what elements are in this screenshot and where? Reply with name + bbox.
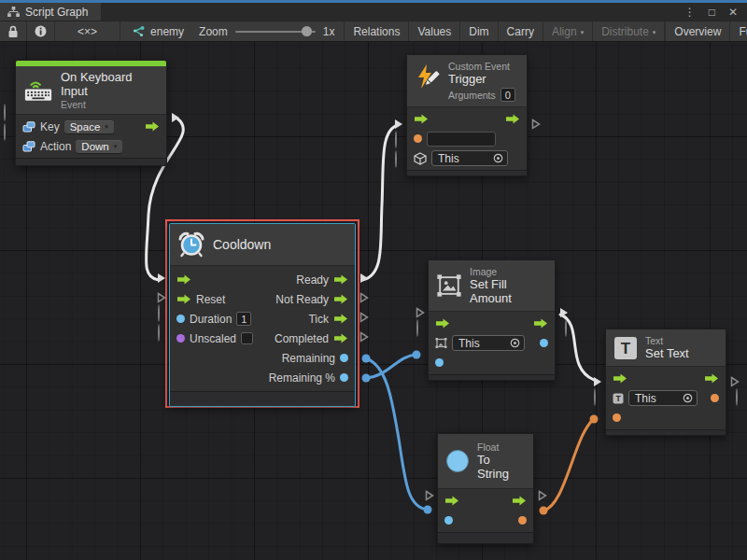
distribute-button[interactable]: Distribute ▾ <box>593 21 665 41</box>
edit-unit-button[interactable]: <×> <box>55 21 120 41</box>
flow-out-port[interactable] <box>533 318 548 329</box>
completed-out-connector[interactable] <box>359 331 369 343</box>
text-value-port[interactable] <box>613 413 621 422</box>
object-picker-icon[interactable] <box>510 338 520 348</box>
fill-amount-port[interactable] <box>435 358 444 367</box>
node-on-keyboard-input[interactable]: On Keyboard Input Event Key Space ▾ <box>15 60 167 166</box>
unscaled-port[interactable] <box>176 334 185 343</box>
arguments-value[interactable]: 0 <box>500 88 515 102</box>
flow-out-connector[interactable] <box>537 490 547 501</box>
dim-button[interactable]: Dim <box>460 21 498 41</box>
relations-button[interactable]: Relations <box>345 21 409 41</box>
fullscreen-button[interactable]: Full Screen <box>730 21 747 41</box>
wire-endpoint <box>362 355 371 363</box>
flow-in-connector[interactable] <box>393 119 403 130</box>
align-button[interactable]: Align ▾ <box>543 21 593 41</box>
distribute-label: Distribute <box>601 25 649 38</box>
flow-in-port[interactable] <box>435 318 450 329</box>
ready-label: Ready <box>296 273 329 287</box>
flow-out-port[interactable] <box>145 121 160 132</box>
string-out-port[interactable] <box>518 516 527 525</box>
node-header: On Keyboard Input Event <box>16 66 166 115</box>
overview-button[interactable]: Overview <box>665 21 730 41</box>
flow-in-connector[interactable] <box>424 490 434 501</box>
duration-port[interactable] <box>176 315 185 323</box>
string-port[interactable] <box>414 134 422 143</box>
remaining-label: Remaining <box>282 352 335 365</box>
unscaled-checkbox[interactable] <box>241 332 253 344</box>
close-icon[interactable]: ✕ <box>728 6 738 19</box>
port-row-flow <box>606 369 726 388</box>
node-float-to-string[interactable]: Float To String <box>437 433 534 544</box>
node-custom-event-trigger[interactable]: Custom Event Trigger Arguments 0 <box>406 54 528 176</box>
reset-in-connector[interactable] <box>156 292 166 303</box>
node-body: Key Space ▾ <box>16 115 166 158</box>
node-category: Text <box>645 335 689 346</box>
node-cooldown[interactable]: Cooldown Ready Reset Not Ready <box>169 223 356 407</box>
not-ready-out-port[interactable] <box>333 294 348 304</box>
flow-in-port[interactable] <box>414 114 429 124</box>
not-ready-out-connector[interactable] <box>359 292 369 303</box>
zoom-slider-handle[interactable] <box>302 26 312 36</box>
window-menu-icon[interactable]: ⋮ <box>684 6 696 19</box>
completed-out-port[interactable] <box>333 333 348 343</box>
flow-in-connector[interactable] <box>592 376 602 387</box>
event-name-input[interactable] <box>427 132 496 147</box>
tab-label: Script Graph <box>25 6 88 19</box>
flow-in-connector[interactable] <box>156 273 166 284</box>
ready-out-port[interactable] <box>333 274 348 285</box>
object-picker-icon[interactable] <box>493 153 503 163</box>
flow-out-port[interactable] <box>704 373 719 384</box>
values-button[interactable]: Values <box>409 21 460 41</box>
action-dropdown[interactable]: Down ▾ <box>76 140 122 153</box>
flow-in-port[interactable] <box>613 373 627 384</box>
flow-out-connector[interactable] <box>558 307 569 318</box>
action-value: Down <box>81 141 108 152</box>
target-field[interactable]: This <box>452 335 525 351</box>
script-graph-window: Script Graph ⋮ □ ✕ <×> <box>0 0 747 560</box>
flow-in-port[interactable] <box>444 496 459 506</box>
target-field[interactable]: This <box>431 150 508 166</box>
zoom-slider[interactable] <box>235 31 316 33</box>
graph-reference[interactable]: enemy <box>120 21 195 41</box>
tab-script-graph[interactable]: Script Graph <box>0 3 101 21</box>
carry-button[interactable]: Carry <box>499 21 543 41</box>
reset-in-port[interactable] <box>176 294 191 304</box>
flow-out-connector[interactable] <box>170 112 180 123</box>
wire-endpoint <box>590 415 599 424</box>
arguments-label: Arguments <box>448 90 496 101</box>
info-button[interactable] <box>27 21 55 41</box>
node-footer <box>407 170 527 175</box>
flow-out-connector[interactable] <box>530 119 541 130</box>
key-value: Space <box>70 121 101 133</box>
remaining-out-port[interactable] <box>340 354 348 362</box>
tick-out-connector[interactable] <box>359 312 369 323</box>
flow-out-port[interactable] <box>512 496 527 506</box>
lock-button[interactable] <box>0 21 27 41</box>
flow-in-port[interactable] <box>176 274 191 285</box>
float-in-port[interactable] <box>444 516 453 525</box>
node-text-set-text[interactable]: T Text Set Text <box>605 329 726 436</box>
zoom-label: Zoom <box>199 25 228 38</box>
wire-remaining-to-float <box>366 358 428 510</box>
maximize-icon[interactable]: □ <box>709 6 715 19</box>
key-dropdown[interactable]: Space ▾ <box>64 120 114 133</box>
object-picker-icon[interactable] <box>683 393 693 403</box>
tab-bar: Script Graph ⋮ □ ✕ <box>0 3 747 21</box>
remaining-pct-out-port[interactable] <box>340 373 348 382</box>
not-ready-label: Not Ready <box>275 293 329 306</box>
node-footer <box>429 374 555 380</box>
node-header: Image Set Fill Amount <box>429 260 555 312</box>
target-field[interactable]: This <box>628 390 698 406</box>
flow-in-connector[interactable] <box>415 307 425 318</box>
tick-out-port[interactable] <box>333 314 348 324</box>
ready-out-connector[interactable] <box>359 273 369 284</box>
target-out-port[interactable] <box>711 394 719 402</box>
node-image-set-fill-amount[interactable]: Image Set Fill Amount <box>428 259 556 381</box>
flow-out-port[interactable] <box>505 114 520 124</box>
target-out-port[interactable] <box>540 339 548 347</box>
cooldown-clock-icon <box>177 231 205 259</box>
duration-value[interactable]: 1 <box>236 312 251 326</box>
flow-out-connector[interactable] <box>729 376 740 387</box>
graph-canvas[interactable]: On Keyboard Input Event Key Space ▾ <box>0 42 747 560</box>
